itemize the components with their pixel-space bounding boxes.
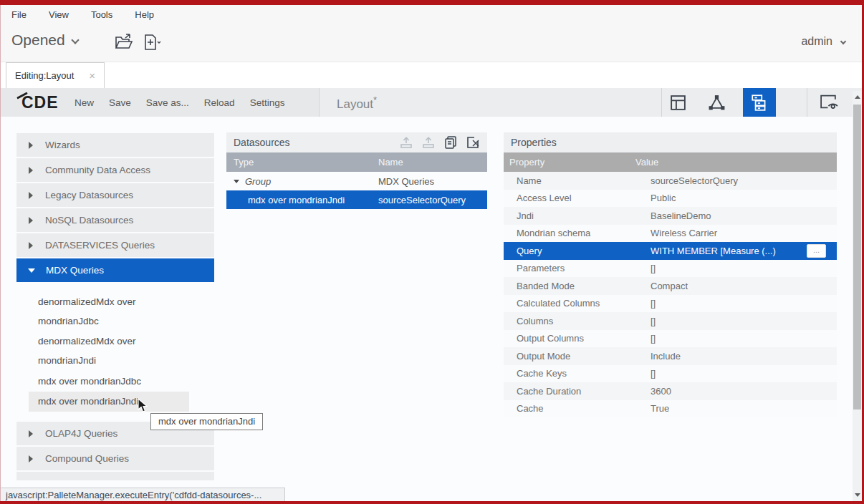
edit-query-button[interactable]: ...: [807, 244, 826, 258]
move-down-icon[interactable]: [421, 136, 436, 150]
duplicate-icon[interactable]: [443, 135, 458, 150]
delete-icon[interactable]: [466, 135, 480, 150]
new-file-icon[interactable]: [143, 34, 163, 51]
chevron-right-icon: [29, 217, 33, 224]
property-row-cache-keys[interactable]: Cache Keys[]: [504, 365, 837, 383]
tab-editing-layout[interactable]: Editing:Layout ×: [6, 62, 105, 88]
user-menu[interactable]: admin: [801, 35, 845, 48]
sidebar-item-wizards[interactable]: Wizards: [16, 133, 214, 157]
scroll-down-icon[interactable]: [855, 493, 860, 497]
datasources-icon[interactable]: [743, 88, 776, 117]
new-button[interactable]: New: [75, 97, 94, 108]
chevron-right-icon: [29, 167, 33, 174]
sidebar-item-community-data-access[interactable]: Community Data Access: [16, 158, 214, 182]
datasource-entry-denormalizedmdx-jdbc[interactable]: denormalizedMdx over mondrianJdbc: [29, 292, 189, 331]
menu-bar: File View Tools Help: [0, 5, 864, 24]
window-bottom-border: [0, 501, 864, 504]
chevron-down-icon: [840, 39, 846, 44]
components-graph-icon[interactable]: [704, 90, 729, 115]
column-property: Property: [504, 157, 635, 168]
settings-button[interactable]: Settings: [250, 97, 285, 108]
properties-columns: Property Value: [504, 152, 837, 172]
datasources-panel: Datasources: [226, 132, 487, 209]
chevron-right-icon: [29, 430, 33, 437]
property-row-columns[interactable]: Columns[]: [504, 312, 837, 330]
property-row-jndi[interactable]: JndiBaselineDemo: [504, 207, 837, 225]
property-row-access-level[interactable]: Access LevelPublic: [504, 190, 837, 208]
chevron-right-icon: [29, 242, 33, 249]
scroll-up-icon[interactable]: [855, 95, 860, 99]
divider: [319, 88, 320, 117]
window-left-border: [0, 5, 1, 501]
divider: [661, 88, 662, 117]
table-row-selected[interactable]: mdx over mondrianJndi sourceSelectorQuer…: [226, 190, 487, 209]
title-bar: Opened admin: [0, 24, 864, 62]
table-row-group[interactable]: Group MDX Queries: [226, 172, 487, 190]
menu-view[interactable]: View: [49, 9, 69, 20]
property-row-query[interactable]: QueryWITH MEMBER [Measure (...) ...: [504, 242, 837, 260]
tab-label: Editing:Layout: [15, 70, 89, 81]
opened-dropdown[interactable]: Opened: [11, 32, 78, 49]
column-name: Name: [378, 157, 403, 168]
save-button[interactable]: Save: [109, 97, 131, 108]
datasources-panel-header: Datasources: [226, 132, 487, 152]
sidebar-item-clipped[interactable]: [16, 472, 214, 480]
menu-help[interactable]: Help: [135, 9, 154, 20]
property-row-calculated-columns[interactable]: Calculated Columns[]: [504, 295, 837, 313]
cde-toolbar: CDE New Save Save as... Reload Settings …: [0, 88, 864, 117]
sidebar-item-mdx-queries[interactable]: MDX Queries: [16, 258, 214, 282]
property-row-name[interactable]: NamesourceSelectorQuery: [504, 172, 837, 190]
close-icon[interactable]: ×: [89, 70, 95, 81]
cde-logo: CDE: [21, 93, 59, 112]
document-title: Layout*: [337, 94, 377, 112]
sidebar-item-compound-queries[interactable]: Compound Queries: [16, 447, 214, 470]
collapse-icon[interactable]: [234, 180, 239, 183]
datasource-entry-mdx-jndi[interactable]: mdx over mondrianJndi: [29, 392, 189, 412]
menu-file[interactable]: File: [11, 9, 27, 20]
vertical-scrollbar[interactable]: [853, 91, 862, 501]
toolbar-right-section: [319, 88, 864, 117]
datasource-entry-denormalizedmdx-jndi[interactable]: denormalizedMdx over mondrianJndi: [29, 331, 189, 371]
properties-panel-header: Properties: [504, 132, 837, 152]
save-as-button[interactable]: Save as...: [146, 97, 189, 108]
sidebar-item-nosql-datasources[interactable]: NoSQL Datasources: [16, 208, 214, 232]
properties-panel: Properties Property Value NamesourceSele…: [504, 132, 837, 417]
chevron-down-icon: [71, 36, 79, 44]
property-row-parameters[interactable]: Parameters[]: [504, 260, 837, 278]
column-type: Type: [226, 157, 378, 168]
divider: [807, 88, 807, 117]
sidebar-item-legacy-datasources[interactable]: Legacy Datasources: [16, 183, 214, 207]
datasource-entry-mdx-jdbc[interactable]: mdx over mondrianJdbc: [29, 372, 189, 391]
property-row-mondrian-schema[interactable]: Mondrian schemaWireless Carrier: [504, 225, 837, 243]
open-file-icon[interactable]: [115, 34, 133, 51]
preview-icon[interactable]: [815, 90, 841, 115]
tab-bar: Editing:Layout ×: [0, 62, 864, 88]
chevron-down-icon: [28, 268, 35, 273]
chevron-right-icon: [29, 455, 33, 462]
property-row-cache-duration[interactable]: Cache Duration3600: [504, 382, 837, 400]
chevron-right-icon: [29, 192, 33, 199]
scrollbar-thumb[interactable]: [853, 105, 861, 410]
window-top-accent: [0, 0, 864, 5]
chevron-right-icon: [29, 142, 33, 149]
datasources-columns: Type Name: [226, 152, 487, 172]
move-up-icon[interactable]: [399, 136, 413, 150]
property-row-output-mode[interactable]: Output ModeInclude: [504, 347, 837, 365]
mouse-cursor: [138, 398, 148, 413]
unsaved-marker: *: [373, 94, 377, 105]
menu-tools[interactable]: Tools: [91, 9, 112, 20]
column-value: Value: [635, 157, 658, 168]
property-row-cache[interactable]: CacheTrue: [504, 400, 837, 418]
layout-panel-icon[interactable]: [665, 90, 691, 115]
hover-tooltip: mdx over mondrianJndi: [150, 413, 263, 430]
property-row-output-columns[interactable]: Output Columns[]: [504, 330, 837, 348]
property-row-banded-mode[interactable]: Banded ModeCompact: [504, 277, 837, 295]
reload-button[interactable]: Reload: [204, 97, 235, 108]
sidebar-item-dataservices-queries[interactable]: DATASERVICES Queries: [16, 233, 214, 257]
